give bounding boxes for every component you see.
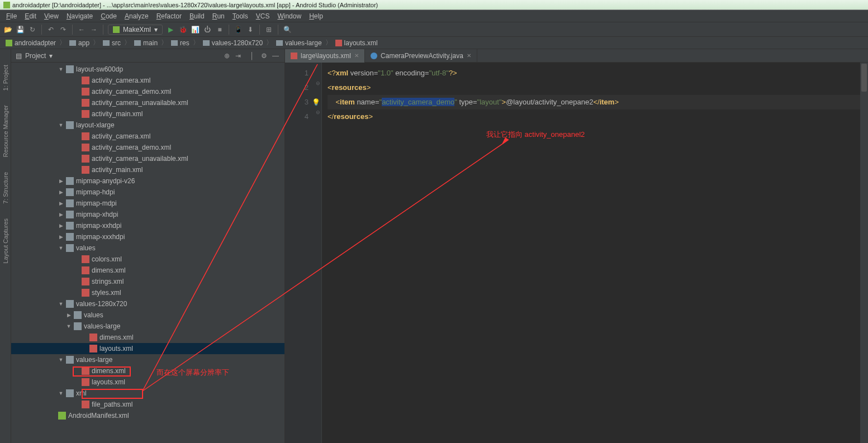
profiler-icon[interactable]: 📊 xyxy=(191,25,200,34)
editor-body[interactable]: 1234 ⊖⊖ <?xml version="1.0" encoding="ut… xyxy=(285,63,868,443)
tree-item-layouts-xml[interactable]: layouts.xml xyxy=(11,343,284,354)
tool-tab----structure[interactable]: 7: Structure xyxy=(1,168,10,208)
crumb-values-large[interactable]: values-large xyxy=(274,39,324,47)
close-icon[interactable]: ✕ xyxy=(354,53,359,59)
tool-tab-resource-manager[interactable]: Resource Manager xyxy=(1,101,10,162)
close-icon[interactable]: ✕ xyxy=(467,53,471,59)
menu-edit[interactable]: Edit xyxy=(21,11,40,21)
tree-item-values-large[interactable]: values-large xyxy=(11,354,284,365)
save-icon[interactable]: 💾 xyxy=(16,25,25,34)
tree-item-mipmap-xhdpi[interactable]: mipmap-xhdpi xyxy=(11,209,284,220)
menu-help[interactable]: Help xyxy=(305,11,327,21)
project-tree[interactable]: layout-sw600dpactivity_camera.xmlactivit… xyxy=(11,63,284,443)
expand-arrow-icon[interactable] xyxy=(66,323,72,329)
expand-arrow-icon[interactable] xyxy=(58,223,64,228)
menu-code[interactable]: Code xyxy=(97,11,121,21)
chevron-down-icon[interactable]: ▾ xyxy=(49,52,53,60)
crumb-src[interactable]: src xyxy=(101,39,123,47)
stop-icon[interactable]: ■ xyxy=(215,25,224,34)
menu-navigate[interactable]: Navigate xyxy=(63,11,97,21)
crumb-layouts.xml[interactable]: layouts.xml xyxy=(333,39,380,47)
expand-arrow-icon[interactable] xyxy=(58,234,64,240)
expand-arrow-icon[interactable] xyxy=(58,122,64,128)
menu-vcs[interactable]: VCS xyxy=(252,11,274,21)
menu-tools[interactable]: Tools xyxy=(229,11,252,21)
run-icon[interactable]: ▶ xyxy=(166,25,175,34)
expand-arrow-icon[interactable] xyxy=(58,301,64,307)
expand-arrow-icon[interactable] xyxy=(58,357,64,363)
tree-item-activity-camera-unavailable-xml[interactable]: activity_camera_unavailable.xml xyxy=(11,97,284,108)
tree-item-values[interactable]: values xyxy=(11,242,284,254)
tree-item-activity-camera-unavailable-xml[interactable]: activity_camera_unavailable.xml xyxy=(11,153,284,164)
forward-icon[interactable]: → xyxy=(89,25,98,34)
expand-arrow-icon[interactable] xyxy=(66,312,72,318)
crumb-androidadpter[interactable]: androidadpter xyxy=(3,39,58,47)
sync-icon[interactable]: ↻ xyxy=(28,25,37,34)
tree-item-mipmap-mdpi[interactable]: mipmap-mdpi xyxy=(11,198,284,209)
undo-icon[interactable]: ↶ xyxy=(46,25,55,34)
crumb-app[interactable]: app xyxy=(67,39,92,47)
menu-build[interactable]: Build xyxy=(186,11,208,21)
tree-item-mipmap-xxxhdpi[interactable]: mipmap-xxxhdpi xyxy=(11,231,284,242)
target-icon[interactable]: ⊕ xyxy=(224,52,232,60)
editor-scrollbar[interactable] xyxy=(860,63,868,443)
menu-file[interactable]: File xyxy=(2,11,21,21)
tree-item-mipmap-hdpi[interactable]: mipmap-hdpi xyxy=(11,187,284,198)
avd-icon[interactable]: 📱 xyxy=(234,25,243,34)
tree-item-colors-xml[interactable]: colors.xml xyxy=(11,254,284,265)
tree-item-mipmap-xxhdpi[interactable]: mipmap-xxhdpi xyxy=(11,220,284,231)
lightbulb-icon[interactable]: 💡 xyxy=(312,95,320,109)
expand-arrow-icon[interactable] xyxy=(58,66,64,72)
tree-item-xml[interactable]: xml xyxy=(11,388,284,399)
tree-item-values[interactable]: values xyxy=(11,309,284,321)
expand-arrow-icon[interactable] xyxy=(58,201,64,206)
gear-icon[interactable]: ⚙ xyxy=(261,52,269,60)
crumb-main[interactable]: main xyxy=(132,39,160,47)
menu-refactor[interactable]: Refactor xyxy=(153,11,186,21)
crumb-res[interactable]: res xyxy=(169,39,192,47)
collapse-icon[interactable]: ⇥ xyxy=(235,52,243,60)
expand-arrow-icon[interactable] xyxy=(58,212,64,217)
attach-icon[interactable]: ⏻ xyxy=(203,25,212,34)
menu-analyze[interactable]: Analyze xyxy=(121,11,153,21)
redo-icon[interactable]: ↷ xyxy=(59,25,68,34)
tree-item-mipmap-anydpi-v26[interactable]: mipmap-anydpi-v26 xyxy=(11,175,284,187)
tree-item-activity-main-xml[interactable]: activity_main.xml xyxy=(11,108,284,120)
tree-item-layout-xlarge[interactable]: layout-xlarge xyxy=(11,120,284,131)
tree-item-strings-xml[interactable]: strings.xml xyxy=(11,276,284,287)
tree-item-layouts-xml[interactable]: layouts.xml xyxy=(11,377,284,388)
menu-window[interactable]: Window xyxy=(273,11,305,21)
back-icon[interactable]: ← xyxy=(77,25,86,34)
tree-item-dimens-xml[interactable]: dimens.xml xyxy=(11,265,284,276)
crumb-values-1280x720[interactable]: values-1280x720 xyxy=(201,39,265,47)
tree-item-dimens-xml[interactable]: dimens.xml xyxy=(11,365,284,377)
tree-item-activity-camera-xml[interactable]: activity_camera.xml xyxy=(11,75,284,86)
editor-tab-large-layouts-xml[interactable]: large\layouts.xml✕ xyxy=(285,49,365,63)
editor-tab-camerapreviewactivity-java[interactable]: CameraPreviewActivity.java✕ xyxy=(365,49,477,63)
open-icon[interactable]: 📂 xyxy=(3,25,12,34)
expand-arrow-icon[interactable] xyxy=(58,390,64,396)
hide-icon[interactable]: — xyxy=(272,52,280,60)
tool-tab----project[interactable]: 1: Project xyxy=(1,60,10,95)
tree-item-file-paths-xml[interactable]: file_paths.xml xyxy=(11,399,284,410)
tree-item-activity-camera-demo-xml[interactable]: activity_camera_demo.xml xyxy=(11,86,284,97)
tree-item-androidmanifest-xml[interactable]: AndroidManifest.xml xyxy=(11,410,284,421)
run-config-selector[interactable]: MakeXml ▾ xyxy=(108,25,163,35)
expand-arrow-icon[interactable] xyxy=(58,245,64,251)
sdk-icon[interactable]: ⬇ xyxy=(246,25,255,34)
tree-item-values-1280x720[interactable]: values-1280x720 xyxy=(11,298,284,309)
tool-tab-layout-captures[interactable]: Layout Captures xyxy=(1,214,10,268)
code-content[interactable]: <?xml version="1.0" encoding="utf-8"?> <… xyxy=(322,63,868,443)
expand-arrow-icon[interactable] xyxy=(58,178,64,184)
tree-item-layout-sw600dp[interactable]: layout-sw600dp xyxy=(11,64,284,75)
expand-arrow-icon[interactable] xyxy=(58,189,64,195)
search-icon[interactable]: 🔍 xyxy=(283,25,292,34)
tree-item-activity-main-xml[interactable]: activity_main.xml xyxy=(11,164,284,175)
tree-item-values-large[interactable]: values-large xyxy=(11,321,284,332)
tree-item-dimens-xml[interactable]: dimens.xml xyxy=(11,332,284,343)
tree-item-activity-camera-demo-xml[interactable]: activity_camera_demo.xml xyxy=(11,142,284,153)
tree-item-styles-xml[interactable]: styles.xml xyxy=(11,287,284,298)
tree-item-activity-camera-xml[interactable]: activity_camera.xml xyxy=(11,131,284,142)
menu-run[interactable]: Run xyxy=(208,11,229,21)
debug-icon[interactable]: 🐞 xyxy=(178,25,187,34)
